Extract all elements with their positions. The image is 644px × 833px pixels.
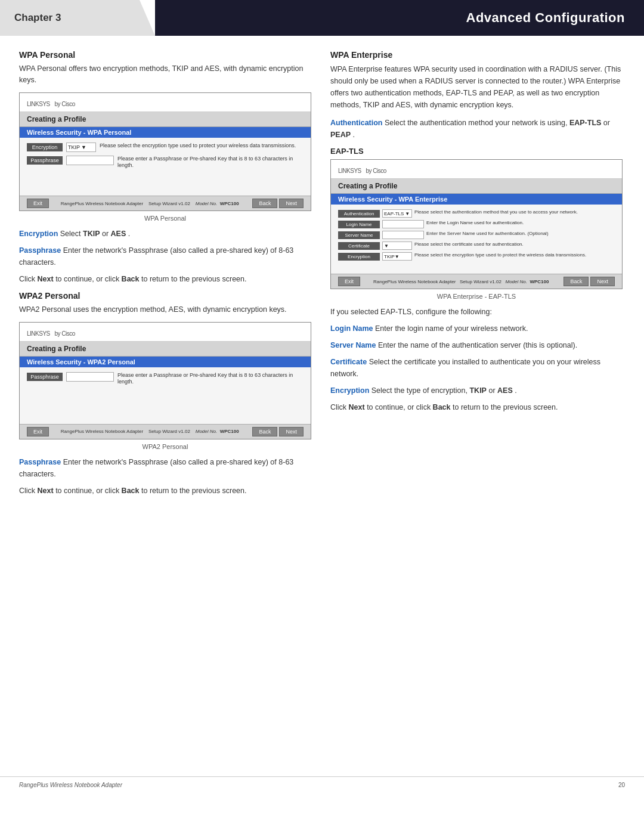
enterprise-caption: WPA Enterprise - EAP-TLS <box>330 293 623 300</box>
enc-tkip-val: TKIP <box>384 254 395 259</box>
cert-select-ent[interactable]: ▼ <box>382 241 412 250</box>
next-button-wpa[interactable]: Next <box>279 199 304 208</box>
enc-or: or <box>488 386 497 395</box>
exit-button-wpa[interactable]: Exit <box>27 199 49 208</box>
click-next-para-ent: Click Next to continue, or click Back to… <box>330 401 623 413</box>
passphrase-desc-wpa2: Enter the network's Passphrase (also cal… <box>19 458 293 478</box>
server-label-ent: Server Name <box>338 231 380 239</box>
back-button-ent[interactable]: Back <box>564 277 589 286</box>
exit-button-wpa2[interactable]: Exit <box>27 427 49 436</box>
enc-note-ent: Please select the encryption type used t… <box>414 252 615 258</box>
wpa2-personal-mockup: LINKSYS by Cisco Creating a Profile Wire… <box>19 322 311 439</box>
enc-term: Encryption <box>330 386 369 395</box>
page-footer: RangePlus Wireless Notebook Adapter 20 <box>0 776 644 793</box>
footer-page-num: 20 <box>618 782 625 788</box>
passphrase-row-wpa2: Passphrase Please enter a Passphrase or … <box>27 372 304 386</box>
auth-or: or <box>603 119 610 127</box>
footer-info-wpa: RangePlus Wireless Notebook Adapter Setu… <box>49 201 250 206</box>
wpa-enterprise-mockup: LINKSYS by Cisco Creating a Profile Wire… <box>330 159 623 289</box>
passphrase-term-wpa2: Passphrase <box>19 458 61 466</box>
wpa2-personal-section-bar: Wireless Security - WPA2 Personal <box>20 357 311 367</box>
enc-end: . <box>128 230 130 238</box>
linksys-header-wpa: LINKSYS by Cisco <box>20 93 311 112</box>
tkip-term: TKIP <box>83 230 100 238</box>
cert-para: Certificate Select the certificate you i… <box>330 356 623 380</box>
linksys-by-cisco-wpa2: by Cisco <box>54 330 75 337</box>
footer-btns-wpa: Back Next <box>250 199 304 208</box>
server-input-ent[interactable] <box>382 231 424 239</box>
linksys-logo-text-wpa2: LINKSYS <box>27 330 50 337</box>
cert-label-ent: Certificate <box>338 242 380 250</box>
server-name-para: Server Name Enter the name of the authen… <box>330 339 623 351</box>
wpa-personal-caption: WPA Personal <box>19 215 311 222</box>
server-name-desc: Enter the name of the authentication ser… <box>378 341 577 349</box>
footer-product-wpa2: RangePlus Wireless Notebook Adapter <box>61 429 143 434</box>
login-row-ent: Login Name Enter the Login Name used for… <box>338 220 615 228</box>
next-bold-ent: Next <box>349 403 365 411</box>
wpa2-personal-title: WPA2 Personal <box>19 291 311 301</box>
footer-model-wpa2: WPC100 <box>220 429 239 434</box>
passphrase-para-wpa2: Passphrase Enter the network's Passphras… <box>19 456 311 480</box>
cert-note-ent: Please select the certificate used for a… <box>414 241 615 247</box>
passphrase-note-wpa2: Please enter a Passphrase or Pre-shared … <box>117 372 304 386</box>
exit-button-ent[interactable]: Exit <box>338 277 360 286</box>
tkip-select[interactable]: TKIP ▼ <box>66 143 96 152</box>
login-input-ent[interactable] <box>382 220 424 228</box>
passphrase-desc: Enter the network's Passphrase (also cal… <box>19 246 293 267</box>
server-row-ent: Server Name Enter the Server Name used f… <box>338 231 615 239</box>
to-continue-ent: to continue, or click <box>367 403 432 411</box>
wpa-personal-title: WPA Personal <box>19 50 311 60</box>
enc-para: Encryption Select the type of encryption… <box>330 385 623 397</box>
auth-select-ent[interactable]: EAP-TLS ▼ <box>382 209 412 218</box>
back-bold-wpa2: Back <box>122 487 140 495</box>
footer-info-ent: RangePlus Wireless Notebook Adapter Setu… <box>360 279 562 284</box>
wpa-personal-form: Encryption TKIP ▼ Please select the encr… <box>20 138 311 196</box>
linksys-logo-text-ent: LINKSYS <box>338 168 361 174</box>
wpa-personal-desc: WPA Personal offers two encryption metho… <box>19 63 311 86</box>
wpa2-personal-form: Passphrase Please enter a Passphrase or … <box>20 367 311 424</box>
linksys-logo-text: LINKSYS <box>27 101 50 107</box>
server-note-ent: Enter the Server Name used for authentic… <box>426 231 615 237</box>
creating-profile-label-wpa2: Creating a Profile <box>20 342 311 357</box>
page-title: Advanced Configuration <box>155 0 644 36</box>
passphrase-row: Passphrase Please enter a Passphrase or … <box>27 156 304 169</box>
passphrase-input-wpa2[interactable] <box>66 372 114 382</box>
login-note-ent: Enter the Login Name used for authentica… <box>426 220 615 226</box>
click-next-para-wpa: Click Next to continue, or click Back to… <box>19 273 311 285</box>
enc-desc: Select the type of encryption, <box>371 386 470 395</box>
footer-setup-wpa2: Setup Wizard v1.02 <box>148 429 190 434</box>
auth-end: . <box>353 131 355 139</box>
eap-tls-select-val: EAP-TLS <box>384 211 404 216</box>
passphrase-label-wpa2: Passphrase <box>27 373 63 381</box>
linksys-header-wpa2: LINKSYS by Cisco <box>20 323 311 342</box>
footer-setup-ent: Setup Wizard v1.02 <box>460 279 501 284</box>
footer-product-wpa: RangePlus Wireless Notebook Adapter <box>61 201 143 206</box>
footer-setup-wpa: Setup Wizard v1.02 <box>148 201 190 206</box>
eap-tls-inline: EAP-TLS <box>569 119 601 127</box>
enc-select-ent[interactable]: TKIP ▼ <box>382 252 412 261</box>
footer-model-prefix-ent: Model No. <box>506 279 527 284</box>
next-button-ent[interactable]: Next <box>590 277 615 286</box>
passphrase-input[interactable] <box>66 156 114 165</box>
back-button-wpa[interactable]: Back <box>252 199 277 208</box>
wpa-personal-section-bar: Wireless Security - WPA Personal <box>20 127 311 138</box>
encryption-row: Encryption TKIP ▼ Please select the encr… <box>27 143 304 152</box>
to-return: to return to the previous screen. <box>141 275 246 283</box>
enc-label-ent: Encryption <box>338 253 380 261</box>
tkip-value: TKIP <box>68 144 80 150</box>
to-return-wpa2: to return to the previous screen. <box>141 487 246 495</box>
encryption-select-desc1: Select <box>60 230 83 238</box>
eap-tls-label: EAP-TLS <box>330 147 623 156</box>
back-button-wpa2[interactable]: Back <box>252 427 277 436</box>
cert-term: Certificate <box>330 358 367 366</box>
auth-row-ent: Authentication EAP-TLS ▼ Please select t… <box>338 209 615 218</box>
linksys-footer-wpa2: Exit RangePlus Wireless Notebook Adapter… <box>20 424 311 439</box>
click-next-label: Click <box>19 275 38 283</box>
left-column: WPA Personal WPA Personal offers two enc… <box>19 50 311 501</box>
footer-model-prefix-wpa2: Model No. <box>196 429 217 434</box>
cert-desc: Select the certificate you installed to … <box>330 358 600 378</box>
wpa-enterprise-desc: WPA Enterprise features WPA security use… <box>330 63 623 111</box>
wpa2-personal-caption: WPA2 Personal <box>19 443 311 450</box>
next-button-wpa2[interactable]: Next <box>279 427 304 436</box>
cert-select-arrow: ▼ <box>384 243 389 249</box>
